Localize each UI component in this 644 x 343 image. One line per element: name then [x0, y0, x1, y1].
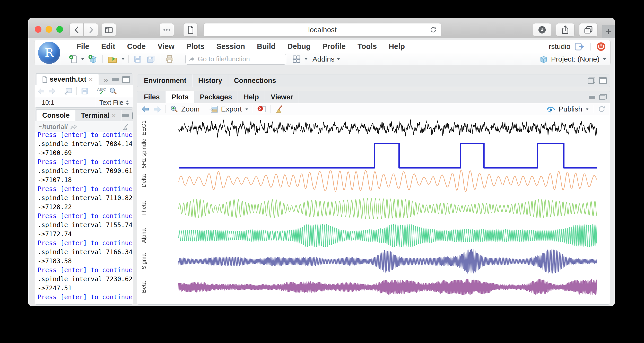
show-in-new-window-icon[interactable]: [64, 87, 72, 95]
tab-overflow-icon[interactable]: »: [103, 75, 108, 84]
minimize-pane-icon[interactable]: [122, 114, 129, 117]
plot-row-label-alpha: Alpha: [141, 228, 147, 243]
menu-item-plots[interactable]: Plots: [180, 42, 211, 51]
save-all-button[interactable]: [145, 54, 156, 65]
refresh-plot-icon[interactable]: [597, 105, 606, 113]
file-type-selector[interactable]: Text File: [95, 97, 133, 108]
divider: [128, 55, 129, 63]
menu-item-file[interactable]: File: [71, 42, 95, 51]
menu-item-help[interactable]: Help: [383, 42, 411, 51]
close-tab-icon[interactable]: ×: [112, 112, 116, 120]
page-proxy-button[interactable]: [160, 23, 174, 37]
pane-layout-caret[interactable]: [304, 58, 307, 60]
project-caret[interactable]: [603, 58, 606, 60]
find-replace-icon[interactable]: [109, 87, 117, 95]
open-file-caret[interactable]: [121, 58, 124, 60]
tab-plots[interactable]: Plots: [166, 91, 194, 103]
maximize-pane-icon[interactable]: [599, 77, 607, 84]
save-button[interactable]: [132, 54, 143, 65]
menu-item-code[interactable]: Code: [121, 42, 152, 51]
sidebar-toggle-button[interactable]: [102, 23, 116, 37]
clear-console-icon[interactable]: [122, 123, 129, 131]
restore-pane-icon[interactable]: [599, 94, 607, 100]
menu-item-tools[interactable]: Tools: [352, 42, 383, 51]
files-plots-pane: Files Plots Packages Help Viewer: [137, 91, 610, 305]
maximize-pane-icon[interactable]: [122, 76, 130, 83]
tab-console[interactable]: Console: [37, 110, 75, 121]
project-selector[interactable]: Project: (None): [551, 55, 599, 63]
tab-seventh-txt[interactable]: seventh.txt ×: [37, 74, 99, 85]
spellcheck-button[interactable]: ABC ✓: [97, 87, 106, 95]
tab-environment[interactable]: Environment: [138, 74, 193, 87]
save-icon[interactable]: [81, 87, 89, 95]
tab-terminal[interactable]: Terminal ×: [75, 110, 122, 121]
export-plot-button[interactable]: Export: [209, 105, 249, 113]
tab-packages[interactable]: Packages: [194, 91, 238, 103]
new-project-button[interactable]: [86, 54, 99, 65]
goto-file-box[interactable]: [185, 54, 286, 65]
close-tab-icon[interactable]: ×: [89, 75, 93, 84]
print-button[interactable]: [164, 54, 175, 65]
divider: [271, 105, 271, 113]
new-file-button[interactable]: [67, 54, 79, 65]
publish-button[interactable]: Publish: [546, 105, 589, 113]
menu-item-session[interactable]: Session: [211, 42, 251, 51]
restore-pane-icon[interactable]: [588, 78, 595, 84]
tab-help[interactable]: Help: [238, 91, 265, 103]
next-plot-icon[interactable]: [153, 105, 161, 113]
goto-file-input[interactable]: [197, 55, 283, 63]
zoom-plot-button[interactable]: Zoom: [170, 105, 201, 113]
open-file-button[interactable]: [106, 54, 119, 65]
addins-caret[interactable]: [337, 58, 340, 60]
back-icon[interactable]: [38, 88, 45, 95]
forward-icon[interactable]: [48, 88, 56, 95]
minimize-pane-icon[interactable]: [589, 96, 595, 99]
console-line: Press [enter] to continue: [38, 157, 133, 166]
menu-item-edit[interactable]: Edit: [95, 42, 121, 51]
console-output[interactable]: Press [enter] to continue.spindle interv…: [35, 130, 133, 302]
reader-button[interactable]: [183, 23, 198, 37]
menu-item-build[interactable]: Build: [251, 42, 282, 51]
previous-plot-icon[interactable]: [141, 105, 150, 113]
print-icon: [165, 55, 174, 64]
addins-button[interactable]: Addins: [312, 55, 335, 63]
goto-arrow-icon: [189, 56, 195, 63]
console-line: .spindle interval 7166.34: [38, 247, 133, 256]
downloads-button[interactable]: [533, 23, 551, 37]
maximize-pane-icon[interactable]: [132, 112, 133, 119]
menu-item-view[interactable]: View: [152, 42, 180, 51]
clear-all-plots-icon[interactable]: [275, 105, 283, 113]
minimize-window-button[interactable]: [46, 26, 52, 33]
menu-item-debug[interactable]: Debug: [281, 42, 316, 51]
chevron-left-icon: [73, 26, 80, 34]
tab-connections[interactable]: Connections: [228, 74, 282, 87]
source-tabstrip: seventh.txt × »: [35, 74, 133, 85]
pane-layout-button[interactable]: [291, 54, 302, 65]
plot-row-label-beta: Beta: [141, 281, 147, 293]
new-file-caret[interactable]: [81, 58, 84, 60]
close-window-button[interactable]: [35, 26, 41, 33]
source-pane: seventh.txt × »: [35, 73, 133, 108]
browser-back-button[interactable]: [69, 23, 84, 37]
tab-viewer[interactable]: Viewer: [265, 91, 299, 103]
address-bar[interactable]: localhost: [203, 23, 441, 37]
tab-history[interactable]: History: [193, 74, 228, 87]
share-button[interactable]: [556, 23, 575, 37]
zoom-window-button[interactable]: [56, 26, 63, 33]
quit-session-icon[interactable]: [596, 42, 606, 51]
publish-icon: [546, 105, 555, 113]
new-tab-button[interactable]: +: [602, 25, 615, 38]
environment-pane: Environment History Connections: [137, 74, 610, 87]
plot-row-label-theta: Theta: [141, 201, 147, 216]
browser-forward-button[interactable]: [84, 23, 98, 37]
tab-files[interactable]: Files: [138, 91, 166, 103]
menu-item-profile[interactable]: Profile: [317, 42, 352, 51]
reload-icon[interactable]: [429, 26, 437, 34]
open-in-new-window-icon[interactable]: [575, 42, 585, 51]
tab-overview-button[interactable]: [579, 23, 598, 37]
minimize-pane-icon[interactable]: [112, 78, 119, 81]
files-tabstrip: Files Plots Packages Help Viewer: [137, 91, 610, 103]
console-line: ->7183.58: [38, 256, 133, 265]
remove-plot-icon[interactable]: [257, 105, 266, 113]
goto-directory-icon[interactable]: [70, 124, 77, 130]
